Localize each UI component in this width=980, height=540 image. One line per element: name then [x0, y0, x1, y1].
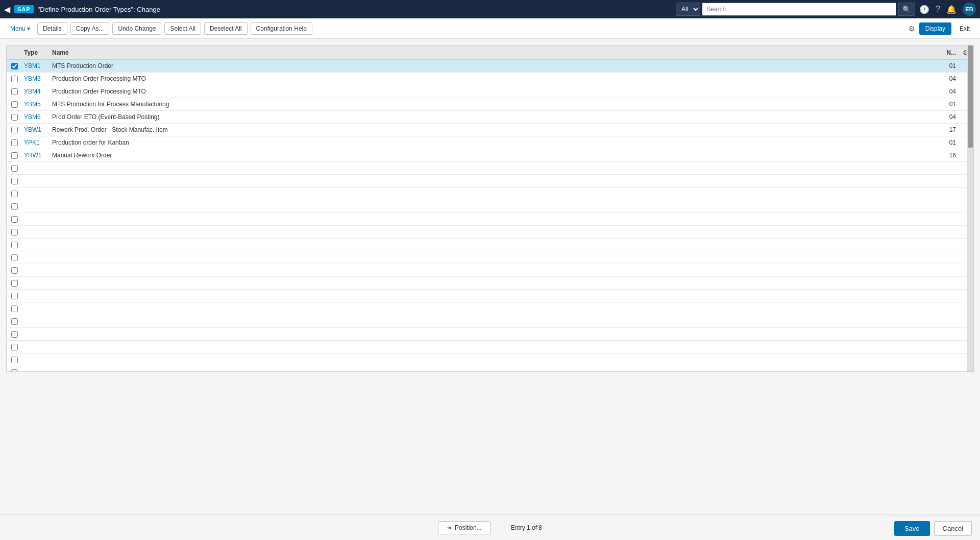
- row-checkbox[interactable]: [7, 127, 22, 133]
- row-name: Manual Rework Order: [50, 152, 938, 159]
- row-checkbox-input[interactable]: [11, 101, 18, 108]
- configuration-help-button[interactable]: Configuration Help: [251, 22, 312, 35]
- empty-row: [7, 251, 973, 264]
- empty-row-checkbox[interactable]: [11, 306, 18, 312]
- search-scope-select[interactable]: All: [676, 3, 700, 16]
- row-checkbox[interactable]: [7, 114, 22, 121]
- row-type: YBM5: [22, 101, 50, 108]
- empty-row-checkbox[interactable]: [11, 216, 18, 223]
- menu-label: Menu: [10, 25, 26, 32]
- search-container: All 🔍: [676, 3, 915, 16]
- empty-row-checkbox[interactable]: [11, 318, 18, 325]
- row-name: Production Order Processing MTO: [50, 75, 938, 82]
- back-button[interactable]: ◀: [4, 5, 10, 14]
- table-scrollbar[interactable]: [967, 45, 973, 371]
- search-button[interactable]: 🔍: [898, 3, 915, 16]
- row-name: MTS Production for Process Manufacturing: [50, 101, 938, 108]
- empty-row-checkbox[interactable]: [11, 229, 18, 236]
- row-checkbox[interactable]: [7, 76, 22, 82]
- row-checkbox[interactable]: [7, 101, 22, 108]
- table-row[interactable]: YBM3 Production Order Processing MTO 04: [7, 73, 973, 85]
- row-name: Production order for Kanban: [50, 139, 938, 146]
- copy-as-button[interactable]: Copy As...: [70, 22, 110, 35]
- table-row[interactable]: YBW1 Rework Prod. Order - Stock Manufac.…: [7, 124, 973, 136]
- entry-info: Entry 1 of 8: [511, 524, 542, 531]
- row-n: 04: [938, 113, 958, 121]
- history-icon[interactable]: 🕐: [919, 5, 929, 14]
- exit-button[interactable]: Exit: [955, 22, 974, 35]
- row-name: Rework Prod. Order - Stock Manufac. Item: [50, 126, 938, 133]
- empty-row-checkbox[interactable]: [11, 331, 18, 338]
- row-checkbox[interactable]: [7, 63, 22, 69]
- notification-icon[interactable]: 🔔: [946, 5, 957, 14]
- empty-row-checkbox[interactable]: [11, 203, 18, 210]
- header-n: N...: [938, 49, 958, 56]
- table-row[interactable]: YBM1 MTS Production Order 01: [7, 60, 973, 73]
- undo-change-button[interactable]: Undo Change: [112, 22, 161, 35]
- table-row[interactable]: YRW1 Manual Rework Order 16: [7, 149, 973, 162]
- data-table: Type Name N... ⚙ YBM1 MTS Production Ord…: [6, 45, 974, 372]
- table-row[interactable]: YBM6 Prod Order ETO (Event-Based Posting…: [7, 111, 973, 124]
- empty-row: [7, 341, 973, 354]
- deselect-all-button[interactable]: Deselect All: [204, 22, 248, 35]
- main-content: Type Name N... ⚙ YBM1 MTS Production Ord…: [0, 39, 980, 514]
- table-row[interactable]: YPK1 Production order for Kanban 01: [7, 136, 973, 149]
- row-checkbox-input[interactable]: [11, 139, 18, 146]
- top-navigation-bar: ◀ SAP "Define Production Order Types": C…: [0, 0, 980, 18]
- empty-row-checkbox[interactable]: [11, 178, 18, 184]
- scrollbar-thumb[interactable]: [968, 45, 973, 148]
- empty-row-checkbox[interactable]: [11, 242, 18, 248]
- action-toolbar: Menu ▾ Details Copy As... Undo Change Se…: [0, 18, 980, 39]
- display-button[interactable]: Display: [919, 22, 951, 35]
- table-row[interactable]: YBM5 MTS Production for Process Manufact…: [7, 98, 973, 111]
- empty-row: [7, 328, 973, 341]
- row-checkbox[interactable]: [7, 152, 22, 159]
- save-button[interactable]: Save: [894, 521, 930, 536]
- empty-row-checkbox[interactable]: [11, 165, 18, 172]
- empty-row-checkbox[interactable]: [11, 254, 18, 261]
- empty-row-checkbox[interactable]: [11, 280, 18, 287]
- row-n: 01: [938, 139, 958, 146]
- empty-row: [7, 277, 973, 290]
- empty-row-checkbox[interactable]: [11, 344, 18, 350]
- menu-button[interactable]: Menu ▾: [6, 23, 34, 34]
- search-input[interactable]: [702, 3, 896, 16]
- details-button[interactable]: Details: [37, 22, 67, 35]
- help-icon[interactable]: ?: [936, 5, 940, 14]
- row-n: 04: [938, 75, 958, 82]
- empty-row-checkbox[interactable]: [11, 267, 18, 274]
- user-avatar[interactable]: EB: [963, 3, 976, 16]
- empty-row: [7, 354, 973, 366]
- row-checkbox[interactable]: [7, 88, 22, 95]
- footer-bar: Save Cancel: [886, 516, 980, 540]
- row-type: YPK1: [22, 139, 50, 146]
- row-checkbox-input[interactable]: [11, 63, 18, 69]
- empty-row: [7, 175, 973, 187]
- empty-row-checkbox[interactable]: [11, 369, 18, 372]
- empty-row: [7, 226, 973, 239]
- cancel-button[interactable]: Cancel: [934, 521, 972, 536]
- empty-row: [7, 290, 973, 302]
- empty-row: [7, 187, 973, 200]
- row-checkbox-input[interactable]: [11, 76, 18, 82]
- empty-row-checkbox[interactable]: [11, 293, 18, 299]
- empty-row-checkbox[interactable]: [11, 191, 18, 197]
- empty-row-checkbox[interactable]: [11, 357, 18, 363]
- row-checkbox[interactable]: [7, 139, 22, 146]
- row-checkbox-input[interactable]: [11, 127, 18, 133]
- empty-row: [7, 162, 973, 175]
- position-button[interactable]: ↠ Position...: [438, 521, 491, 534]
- table-header: Type Name N... ⚙: [7, 45, 973, 60]
- empty-row: [7, 315, 973, 328]
- row-checkbox-input[interactable]: [11, 114, 18, 121]
- empty-row: [7, 200, 973, 213]
- table-row[interactable]: YBM4 Production Order Processing MTO 04: [7, 85, 973, 98]
- row-checkbox-input[interactable]: [11, 88, 18, 95]
- row-n: 17: [938, 126, 958, 133]
- empty-row: [7, 264, 973, 277]
- select-all-button[interactable]: Select All: [164, 22, 201, 35]
- row-checkbox-input[interactable]: [11, 152, 18, 159]
- row-type: YBM3: [22, 75, 50, 82]
- row-name: Production Order Processing MTO: [50, 88, 938, 95]
- display-settings-icon[interactable]: ⚙: [909, 25, 915, 33]
